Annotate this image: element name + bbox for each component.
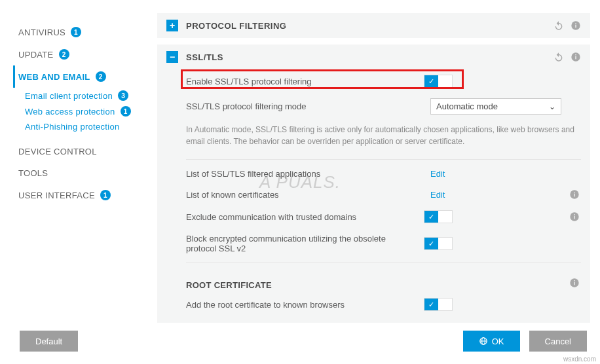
panel-title: SSL/TLS <box>186 52 546 62</box>
sidebar-item-web-and-email[interactable]: WEB AND EMAIL 2 <box>13 65 151 88</box>
panel-protocol-filtering: PROTOCOL FILTERING <box>157 13 590 38</box>
svg-rect-7 <box>574 194 574 197</box>
info-icon[interactable] <box>569 189 580 200</box>
svg-rect-13 <box>574 282 574 285</box>
svg-rect-5 <box>575 54 576 55</box>
badge: 1 <box>71 27 81 37</box>
panel-ssl-tls: SSL/TLS Enable SSL/TLS protocol filterin… <box>157 45 590 323</box>
row-label: Exclude communication with trusted domai… <box>186 212 417 222</box>
sidebar-item-email-client-protection[interactable]: Email client protection 3 <box>13 88 151 103</box>
check-icon: ✓ <box>424 75 438 87</box>
info-icon[interactable] <box>569 211 580 222</box>
link-edit-apps[interactable]: Edit <box>430 169 561 179</box>
corner-text: wsxdn.com <box>563 355 596 363</box>
collapse-icon[interactable] <box>166 51 178 63</box>
footer: Default OK Cancel <box>0 325 600 364</box>
button-label: OK <box>492 337 504 346</box>
sidebar-item-anti-phishing-protection[interactable]: Anti-Phishing protection <box>13 119 151 134</box>
badge: 2 <box>96 71 106 82</box>
svg-rect-11 <box>574 214 574 215</box>
divider <box>186 159 581 160</box>
svg-rect-4 <box>575 56 576 60</box>
sidebar-item-label: ANTIVIRUS <box>18 27 66 37</box>
sidebar-item-web-access-protection[interactable]: Web access protection 1 <box>13 103 151 119</box>
ok-button[interactable]: OK <box>463 331 520 352</box>
sidebar-item-label: WEB AND EMAIL <box>18 72 90 82</box>
select-value: Automatic mode <box>436 101 498 111</box>
default-button[interactable]: Default <box>20 331 78 352</box>
main-content: PROTOCOL FILTERING SSL/TLS Enab <box>157 13 593 331</box>
sidebar-item-tools[interactable]: TOOLS <box>13 162 151 184</box>
sidebar-item-label: DEVICE CONTROL <box>18 147 97 156</box>
badge: 1 <box>121 106 131 117</box>
row-label: Block encrypted communication utilizing … <box>186 234 417 253</box>
badge: 1 <box>100 190 111 200</box>
info-icon[interactable] <box>571 20 581 31</box>
sidebar-item-label: UPDATE <box>18 50 54 60</box>
revert-icon[interactable] <box>553 52 564 62</box>
svg-rect-10 <box>574 216 574 219</box>
sidebar-item-antivirus[interactable]: ANTIVIRUS 1 <box>13 21 151 43</box>
link-edit-certs[interactable]: Edit <box>430 190 561 200</box>
row-root-cert: Add the root certificate to known browse… <box>186 293 581 316</box>
revert-icon[interactable] <box>553 20 564 31</box>
sidebar-item-user-interface[interactable]: USER INTERFACE 1 <box>13 184 151 206</box>
row-label: Enable SSL/TLS protocol filtering <box>186 77 417 86</box>
divider <box>186 263 581 263</box>
row-block-sslv2: Block encrypted communication utilizing … <box>186 228 581 259</box>
badge: 3 <box>118 90 128 101</box>
section-title: ROOT CERTIFICATE <box>186 272 561 293</box>
sidebar-item-label: Web access protection <box>25 107 115 117</box>
sidebar-item-device-control[interactable]: DEVICE CONTROL <box>13 141 151 162</box>
sidebar-item-update[interactable]: UPDATE 2 <box>13 43 151 65</box>
row-filtered-apps: List of SSL/TLS filtered applications Ed… <box>186 164 581 184</box>
row-exclude-trusted: Exclude communication with trusted domai… <box>186 205 581 228</box>
row-label: Add the root certificate to known browse… <box>186 300 417 310</box>
row-label: SSL/TLS protocol filtering mode <box>186 101 424 111</box>
row-known-certs: List of known certificates Edit <box>186 184 581 205</box>
svg-rect-1 <box>575 25 576 28</box>
row-label: List of known certificates <box>186 190 424 200</box>
toggle-block-sslv2[interactable]: ✓ <box>424 237 453 250</box>
info-icon[interactable] <box>569 278 580 288</box>
expand-icon[interactable] <box>166 20 178 31</box>
svg-rect-2 <box>575 23 576 24</box>
help-text: In Automatic mode, SSL/TLS filtering is … <box>186 120 581 155</box>
svg-rect-8 <box>574 192 574 192</box>
sidebar-item-label: Anti-Phishing protection <box>25 122 120 132</box>
cancel-button[interactable]: Cancel <box>529 331 587 352</box>
badge: 2 <box>59 49 69 60</box>
globe-icon <box>479 337 488 346</box>
select-filtering-mode[interactable]: Automatic mode ⌄ <box>430 98 561 115</box>
sidebar: ANTIVIRUS 1 UPDATE 2 WEB AND EMAIL 2 Ema… <box>13 13 151 331</box>
row-enable-ssl-tls: Enable SSL/TLS protocol filtering ✓ <box>186 69 581 93</box>
sidebar-item-label: TOOLS <box>18 168 48 178</box>
toggle-enable-ssl-tls[interactable]: ✓ <box>424 75 453 88</box>
panel-title: PROTOCOL FILTERING <box>186 21 546 31</box>
toggle-exclude-trusted[interactable]: ✓ <box>424 210 453 223</box>
sidebar-item-label: USER INTERFACE <box>18 191 95 200</box>
row-filtering-mode: SSL/TLS protocol filtering mode Automati… <box>186 93 581 120</box>
svg-rect-14 <box>574 280 574 281</box>
chevron-down-icon: ⌄ <box>549 102 555 111</box>
row-label: List of SSL/TLS filtered applications <box>186 169 424 179</box>
toggle-root-cert[interactable]: ✓ <box>424 298 453 311</box>
info-icon[interactable] <box>571 52 581 62</box>
sidebar-item-label: Email client protection <box>25 91 113 101</box>
